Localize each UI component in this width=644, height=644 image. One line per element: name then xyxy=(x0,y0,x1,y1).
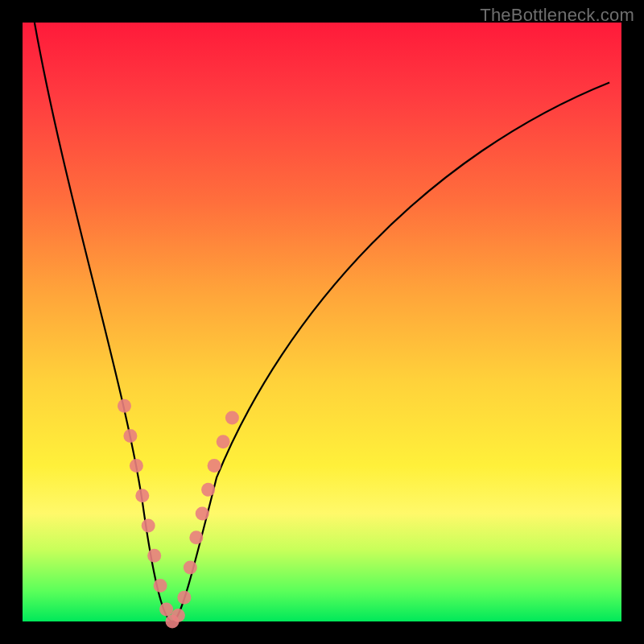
data-marker xyxy=(171,609,185,622)
data-marker xyxy=(118,399,131,413)
data-marker xyxy=(177,591,191,605)
data-marker xyxy=(135,489,149,502)
curve-layer xyxy=(35,23,609,621)
data-marker xyxy=(201,483,215,497)
chart-frame: TheBottleneck.com xyxy=(0,0,644,644)
data-marker xyxy=(196,507,209,521)
data-marker xyxy=(208,459,221,473)
data-marker xyxy=(184,561,197,575)
data-marker xyxy=(225,411,239,425)
data-marker xyxy=(159,603,173,617)
bottleneck-curve xyxy=(35,23,609,621)
data-marker xyxy=(147,549,161,563)
data-marker xyxy=(217,435,230,448)
data-marker xyxy=(154,579,167,592)
data-marker xyxy=(189,530,203,544)
marker-layer xyxy=(118,399,239,629)
data-marker xyxy=(123,429,137,443)
chart-svg xyxy=(23,23,621,621)
data-marker xyxy=(130,459,143,473)
data-marker xyxy=(142,519,155,533)
watermark-text: TheBottleneck.com xyxy=(480,5,634,26)
plot-area xyxy=(23,23,621,621)
